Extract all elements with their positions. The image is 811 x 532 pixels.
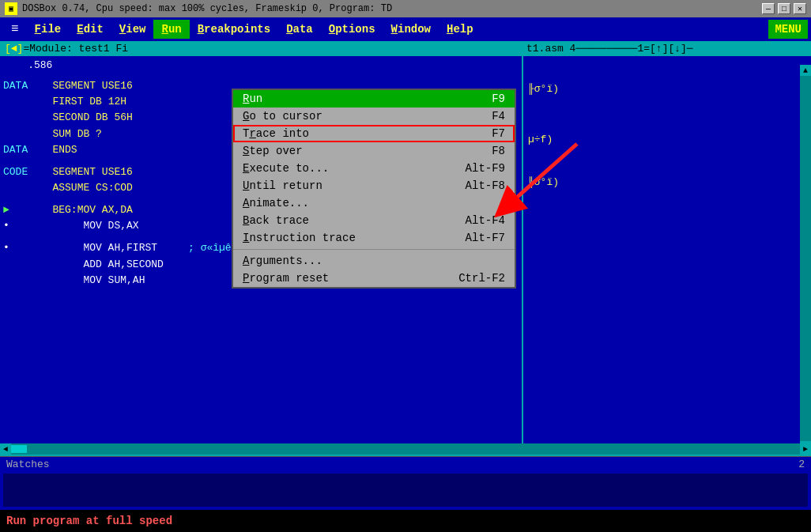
menu-label[interactable]: MENU — [768, 20, 808, 39]
reg-line: ╟σ°ï) — [528, 81, 806, 97]
dropdown-trace-shortcut: F7 — [492, 127, 505, 140]
horizontal-scrollbar[interactable]: ◄ ► — [0, 443, 811, 455]
menu-data[interactable]: Data — [278, 20, 321, 39]
dropdown-reset-shortcut: Ctrl-F2 — [458, 272, 505, 285]
close-button[interactable]: ✕ — [794, 3, 806, 14]
header-text: =Module: test1 Fi — [23, 43, 128, 55]
status-text: Run program at full speed — [6, 515, 172, 527]
hamburger-menu[interactable]: ≡ — [3, 19, 27, 40]
scroll-right-arrow[interactable]: ► — [800, 443, 811, 455]
left-panel-header: [◄] =Module: test1 Fi — [0, 41, 522, 56]
dropdown-reset-label: Program reset — [243, 272, 329, 285]
dropdown-instruction-trace[interactable]: Instruction trace Alt-F7 — [233, 229, 515, 247]
dropdown-run-shortcut: F9 — [492, 92, 505, 105]
menu-breakpoints[interactable]: Breakpoints — [190, 20, 278, 39]
titlebar-left: ▣ DOSBox 0.74, Cpu speed: max 100% cycle… — [5, 2, 392, 15]
minimize-button[interactable]: — — [762, 3, 775, 14]
dropdown-goto-cursor[interactable]: Go to cursor F4 — [233, 108, 515, 125]
watches-panel: Watches 2 — [0, 455, 811, 510]
dropdown-step-shortcut: F8 — [492, 145, 505, 157]
dropdown-goto-label: Go to cursor — [243, 110, 323, 123]
reg-line — [528, 97, 806, 116]
reg-line — [528, 148, 806, 167]
titlebar-title: DOSBox 0.74, Cpu speed: max 100% cycles,… — [22, 3, 392, 14]
menu-edit[interactable]: Edit — [69, 20, 111, 39]
reg-line: µ÷f) — [528, 132, 806, 148]
right-content: ╟σ°ï) µ÷f) ╟σ°ï) — [523, 56, 811, 192]
watches-number: 2 — [798, 458, 805, 470]
menu-window[interactable]: Window — [383, 20, 439, 39]
scroll-down-arrow[interactable]: ▼ — [800, 441, 811, 443]
scroll-track-h[interactable] — [27, 445, 800, 453]
watches-header: Watches 2 — [0, 456, 811, 472]
dropdown-run-label: Run — [243, 92, 262, 105]
scroll-up-arrow[interactable]: ▲ — [800, 65, 811, 76]
vertical-scrollbar[interactable]: ▲ ▼ — [800, 65, 811, 443]
watches-label: Watches — [6, 458, 50, 470]
dropdown-instruction-label: Instruction trace — [243, 232, 356, 244]
dropdown-until-shortcut: Alt-F8 — [466, 179, 505, 192]
statusbar: Run program at full speed — [0, 510, 811, 532]
dropdown-arguments[interactable]: Arguments... — [233, 252, 515, 270]
dropdown-program-reset[interactable]: Program reset Ctrl-F2 — [233, 270, 515, 287]
right-panel-header: t1.asm 4──────────1=[↑][↓]─ — [523, 41, 811, 56]
code-label: CODE — [3, 164, 28, 180]
maximize-button[interactable]: □ — [778, 3, 790, 14]
dropdown-until-label: Until return — [243, 179, 323, 192]
menu-run[interactable]: Run — [153, 20, 189, 39]
scroll-track[interactable] — [800, 76, 811, 441]
watches-content — [3, 474, 808, 507]
scroll-left-arrow[interactable]: ◄ — [0, 443, 11, 455]
dropdown-execute-to[interactable]: Execute to... Alt-F9 — [233, 160, 515, 177]
dropdown-run[interactable]: Run F9 — [233, 90, 515, 108]
menu-view[interactable]: View — [111, 20, 154, 39]
dropdown-divider — [233, 249, 515, 250]
dropdown-trace-label: Trace into — [243, 127, 309, 140]
titlebar: ▣ DOSBox 0.74, Cpu speed: max 100% cycle… — [0, 0, 811, 17]
app-icon: ▣ — [5, 2, 17, 15]
dropdown-execute-shortcut: Alt-F9 — [466, 162, 505, 175]
dropdown-animate[interactable]: Animate... — [233, 194, 515, 212]
dropdown-execute-label: Execute to... — [243, 162, 329, 175]
scroll-thumb[interactable] — [11, 445, 27, 453]
right-panel: t1.asm 4──────────1=[↑][↓]─ ╟σ°ï) µ÷f) ╟… — [522, 41, 811, 443]
reg-line: ╟σ°ï) — [528, 175, 806, 191]
dropdown-until-return[interactable]: Until return Alt-F8 — [233, 177, 515, 194]
dropdown-back-label: Back trace — [243, 214, 309, 227]
main-window: ≡ File Edit View Run Breakpoints Data Op… — [0, 17, 811, 532]
dropdown-arguments-label: Arguments... — [243, 255, 323, 267]
dropdown-instruction-shortcut: Alt-F7 — [466, 232, 505, 244]
dropdown-step-label: Step over — [243, 145, 303, 157]
menu-options[interactable]: Options — [321, 20, 383, 39]
dropdown-goto-shortcut: F4 — [492, 110, 505, 123]
dropdown-back-trace[interactable]: Back trace Alt-F4 — [233, 212, 515, 229]
menubar: ≡ File Edit View Run Breakpoints Data Op… — [0, 17, 811, 41]
dropdown-back-shortcut: Alt-F4 — [466, 214, 505, 227]
dropdown-animate-label: Animate... — [243, 197, 309, 209]
run-dropdown: Run F9 Go to cursor F4 Trace into F7 Ste… — [232, 89, 516, 289]
menu-help[interactable]: Help — [439, 20, 481, 39]
code-line: .586 — [3, 58, 519, 74]
titlebar-controls: — □ ✕ — [762, 3, 806, 14]
header-bracket: [◄] — [5, 43, 23, 55]
dropdown-trace-into[interactable]: Trace into F7 — [233, 125, 515, 142]
code-area: [◄] =Module: test1 Fi .586 DATA SEGMENT … — [0, 41, 811, 443]
dropdown-step-over[interactable]: Step over F8 — [233, 142, 515, 160]
menu-file[interactable]: File — [27, 20, 70, 39]
